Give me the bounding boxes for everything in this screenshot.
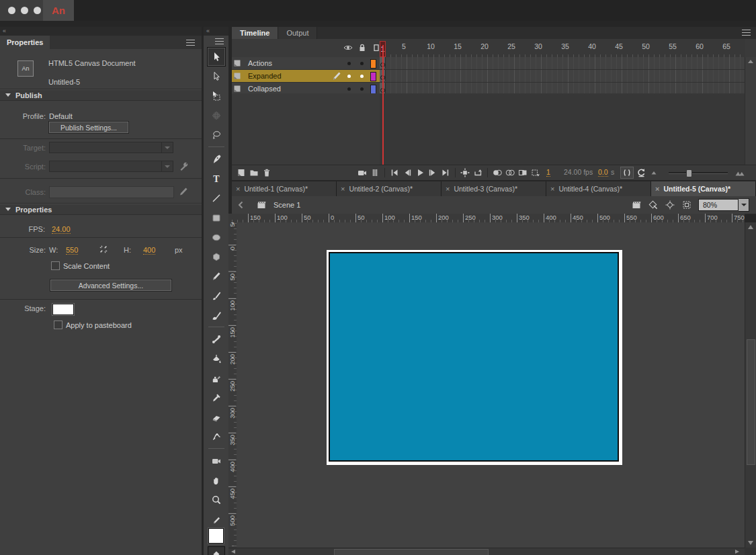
document-tab[interactable]: ×Untitled-4 (Canvas)* — [546, 181, 651, 196]
layer-lock-dot[interactable] — [360, 75, 364, 78]
goto-last-icon[interactable] — [440, 167, 451, 178]
layer-visibility-dot[interactable] — [347, 62, 351, 65]
document-name[interactable]: Untitled-5 — [48, 78, 80, 86]
tool-polystar-button[interactable] — [207, 247, 226, 266]
frame-ruler[interactable]: 5101520253035404550556065 — [380, 39, 745, 57]
tool-eraser-button[interactable] — [207, 407, 226, 427]
close-icon[interactable]: × — [446, 185, 450, 193]
delete-icon[interactable] — [261, 167, 272, 178]
width-value[interactable]: 550 — [66, 246, 78, 255]
timeline-tab-timeline[interactable]: Timeline — [232, 27, 278, 39]
goto-first-icon[interactable] — [389, 167, 400, 178]
tool-line-button[interactable] — [207, 188, 226, 208]
close-icon[interactable]: × — [341, 185, 345, 193]
document-tab-title[interactable]: Untitled-3 (Canvas)* — [454, 185, 517, 193]
step-forward-icon[interactable] — [427, 167, 438, 178]
tool-hand-button[interactable] — [207, 470, 226, 490]
document-tab-title[interactable]: Untitled-5 (Canvas)* — [663, 185, 730, 193]
scroll-up-icon[interactable] — [748, 60, 753, 63]
stage-color-swatch[interactable] — [52, 304, 74, 315]
scroll-right-icon[interactable] — [735, 550, 739, 554]
layer-outline-color-swatch[interactable] — [370, 59, 376, 69]
tool-pencil-button[interactable] — [207, 266, 226, 286]
tool-ink-bottle-button[interactable] — [207, 368, 226, 388]
layer-visibility-dot[interactable] — [347, 87, 351, 91]
vertical-scrollbar[interactable] — [745, 222, 756, 548]
layer-lock-dot[interactable] — [360, 62, 364, 65]
stage[interactable] — [327, 250, 622, 465]
stage-zoom-value[interactable]: 80% — [698, 199, 739, 211]
center-stage-icon[interactable] — [665, 200, 675, 210]
horizontal-scrollbar[interactable] — [228, 548, 745, 555]
tool-zoom-button[interactable] — [207, 490, 226, 509]
timeline-tab-output[interactable]: Output — [278, 27, 317, 39]
center-frame-icon[interactable] — [460, 167, 470, 178]
layer-row-actions[interactable]: Actions — [232, 57, 756, 70]
onion-skin-icon[interactable] — [492, 167, 503, 178]
window-close-button[interactable] — [8, 7, 15, 14]
tool-bone-button[interactable] — [207, 329, 226, 349]
tool-free-transform-button[interactable] — [207, 86, 226, 105]
tool-paint-brush-button[interactable] — [207, 305, 226, 325]
stage-rectangle-shape[interactable] — [329, 252, 619, 462]
collapse-panel-icon[interactable]: « — [206, 28, 209, 34]
close-icon[interactable]: × — [236, 185, 240, 193]
slider-thumb[interactable] — [686, 169, 692, 177]
current-frame-value[interactable]: 1 — [546, 168, 550, 177]
document-tab-title[interactable]: Untitled-2 (Canvas)* — [349, 185, 413, 193]
wrench-icon[interactable] — [178, 161, 189, 172]
stroke-color-swatch[interactable] — [208, 528, 224, 544]
tool-eyedropper-button[interactable] — [207, 388, 226, 407]
reset-icon[interactable] — [636, 167, 646, 178]
apply-pasteboard-checkbox[interactable] — [54, 321, 62, 329]
height-value[interactable]: 400 — [143, 246, 155, 255]
tool-paint-bucket-button[interactable] — [207, 349, 226, 368]
publish-settings-button[interactable]: Publish Settings... — [49, 122, 128, 133]
filter-bars-icon[interactable] — [370, 167, 380, 178]
scene-name[interactable]: Scene 1 — [274, 201, 300, 209]
tool-brush-button[interactable] — [207, 286, 226, 305]
publish-section-header[interactable]: Publish — [0, 89, 202, 101]
panel-menu-icon[interactable] — [215, 38, 224, 44]
advanced-settings-button[interactable]: Advanced Settings... — [50, 280, 171, 291]
tool-width-tool-button[interactable] — [207, 427, 226, 446]
target-dropdown[interactable] — [49, 142, 173, 153]
document-tab[interactable]: ×Untitled-1 (Canvas)* — [232, 181, 337, 196]
layer-name[interactable]: Collapsed — [248, 85, 281, 93]
scroll-left-icon[interactable] — [231, 550, 235, 554]
layer-name[interactable]: Expanded — [248, 72, 282, 80]
class-input[interactable] — [49, 186, 174, 198]
clip-content-icon[interactable] — [681, 200, 692, 210]
tool-oval-button[interactable] — [207, 227, 226, 247]
edit-symbols-icon[interactable] — [648, 200, 659, 210]
document-tab-title[interactable]: Untitled-4 (Canvas)* — [558, 185, 622, 193]
tool-subselection-button[interactable] — [207, 67, 226, 86]
collapse-panel-icon[interactable]: « — [3, 28, 5, 34]
scrollbar-thumb[interactable] — [747, 339, 755, 465]
mountains-icon[interactable] — [734, 167, 745, 178]
fps-value[interactable]: 24.00 — [52, 225, 71, 234]
document-tab[interactable]: ×Untitled-2 (Canvas)* — [337, 181, 442, 196]
modify-markers-icon[interactable] — [530, 167, 541, 178]
close-icon[interactable]: × — [655, 185, 659, 193]
script-dropdown[interactable] — [49, 161, 173, 172]
elapsed-time-value[interactable]: 0.0 — [598, 168, 608, 177]
tool-rectangle-button[interactable] — [207, 208, 226, 227]
tool-pen-button[interactable] — [207, 149, 226, 169]
lock-icon[interactable] — [357, 42, 368, 53]
link-broken-icon[interactable] — [98, 244, 109, 255]
layer-name-cell[interactable]: Actions — [232, 57, 380, 69]
back-arrow-icon[interactable] — [236, 200, 247, 210]
step-back-icon[interactable] — [402, 167, 413, 178]
loop-icon[interactable] — [472, 167, 483, 178]
onion-range-icon[interactable] — [620, 167, 634, 179]
new-folder-icon[interactable] — [249, 167, 259, 178]
new-layer-icon[interactable] — [236, 167, 247, 178]
window-minimize-button[interactable] — [21, 7, 28, 14]
playhead-line[interactable] — [382, 45, 384, 165]
panel-menu-icon[interactable] — [742, 30, 751, 36]
edit-multiple-frames-icon[interactable] — [517, 167, 528, 178]
small-triangle-icon[interactable] — [648, 167, 659, 178]
scrollbar-thumb[interactable] — [334, 549, 489, 555]
frame-rate-value[interactable]: 24.00 fps — [564, 168, 593, 176]
